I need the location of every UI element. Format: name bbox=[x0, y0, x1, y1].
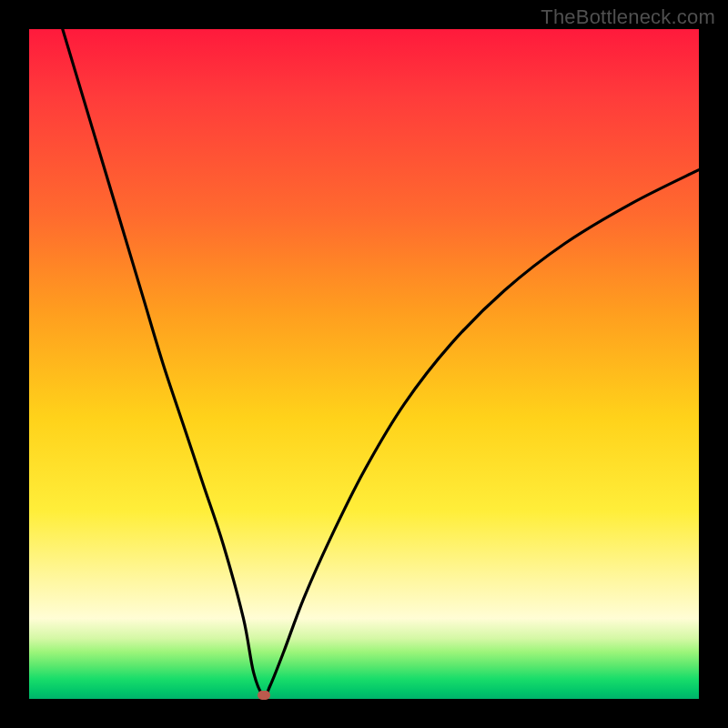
watermark-text: TheBottleneck.com bbox=[541, 5, 715, 29]
plot-area bbox=[29, 29, 699, 699]
bottleneck-curve bbox=[63, 29, 699, 696]
curve-svg bbox=[29, 29, 699, 699]
optimum-marker bbox=[258, 691, 270, 700]
chart-frame: TheBottleneck.com bbox=[0, 0, 728, 728]
